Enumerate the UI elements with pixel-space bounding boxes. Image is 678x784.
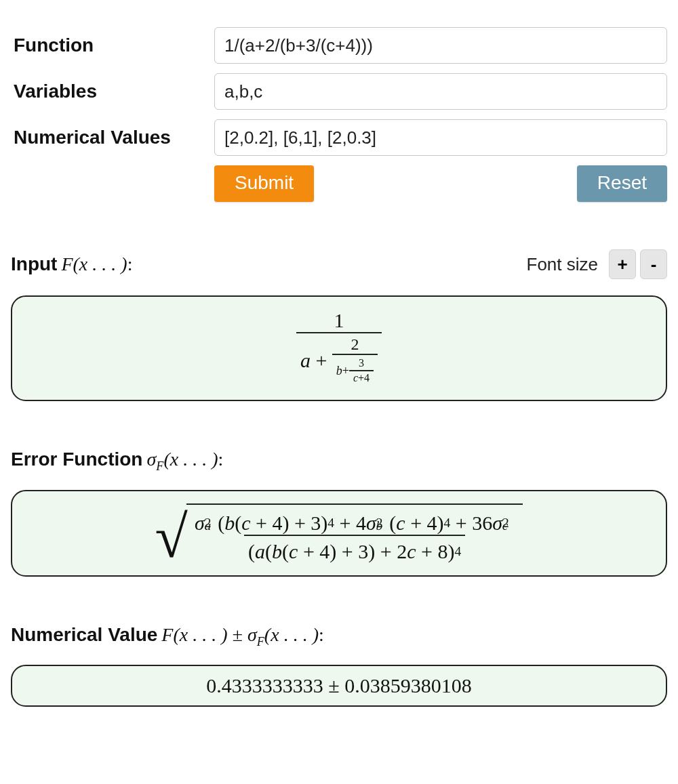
reset-button[interactable]: Reset (577, 165, 667, 202)
section-head-error: Error Function σF(x . . . ): (11, 449, 667, 474)
page: Function Variables Numerical Values Subm… (0, 0, 678, 727)
section-head-numeric: Numerical Value F(x . . . ) ± σF(x . . .… (11, 624, 667, 649)
input-variables[interactable] (214, 73, 667, 110)
fontsize-plus-button[interactable]: + (609, 249, 636, 279)
numeric-value: 0.4333333333 ± 0.03859380108 (206, 674, 471, 697)
input-numvalues[interactable] (214, 119, 667, 156)
input-display-box: 1 a + 2 b+ 3 c+4 (11, 295, 667, 401)
submit-button[interactable]: Submit (214, 165, 314, 202)
section-head-input: Input F(x . . . ): Font size + - (11, 249, 667, 279)
input-formula: 1 a + 2 b+ 3 c+4 (296, 309, 382, 388)
error-formula: √ σ2a(b(c + 4) + 3)4 + 4σ2b(c + 4)4 + 36… (155, 503, 523, 563)
label-numvalues: Numerical Values (11, 127, 214, 148)
numeric-display-box: 0.4333333333 ± 0.03859380108 (11, 665, 667, 707)
input-function[interactable] (214, 27, 667, 64)
fontsize-controls: Font size + - (527, 249, 668, 279)
input-heading-text: Input (11, 253, 57, 275)
error-heading-math: σF(x . . . ): (146, 449, 223, 474)
label-function: Function (11, 35, 214, 56)
input-heading-math: F(x . . . ): (61, 253, 132, 275)
row-numvalues: Numerical Values (11, 119, 667, 156)
button-row: Submit Reset (214, 165, 667, 202)
numeric-heading-math: F(x . . . ) ± σF(x . . . ): (161, 624, 323, 649)
fontsize-label: Font size (527, 254, 599, 275)
numeric-heading-text: Numerical Value (11, 624, 157, 646)
row-function: Function (11, 27, 667, 64)
error-heading-text: Error Function (11, 449, 142, 470)
label-variables: Variables (11, 81, 214, 102)
error-display-box: √ σ2a(b(c + 4) + 3)4 + 4σ2b(c + 4)4 + 36… (11, 490, 667, 577)
row-variables: Variables (11, 73, 667, 110)
fontsize-minus-button[interactable]: - (640, 249, 667, 279)
